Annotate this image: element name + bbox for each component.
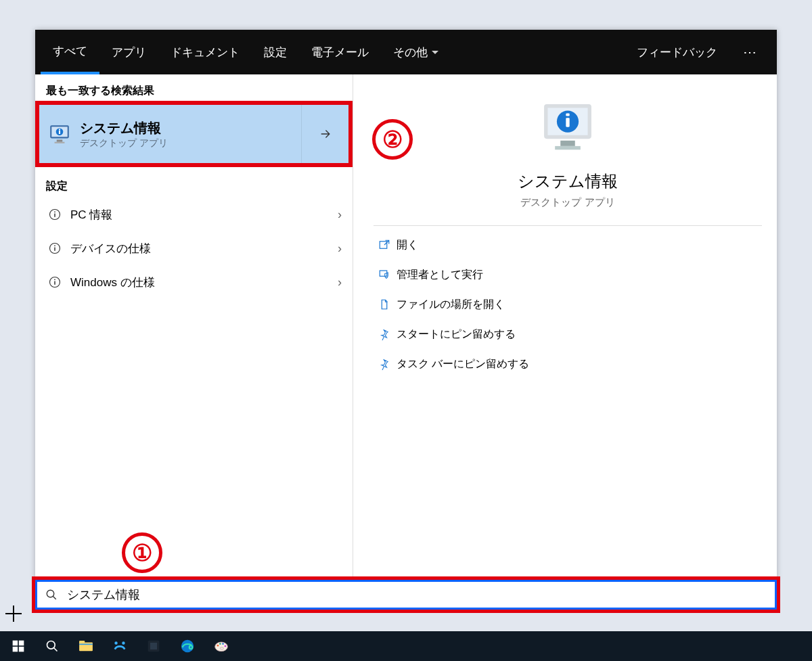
tab-documents[interactable]: ドキュメント [158, 30, 252, 74]
chevron-right-icon: › [338, 208, 342, 222]
svg-rect-37 [150, 643, 157, 649]
best-match-title: システム情報 [80, 119, 301, 137]
tab-apps[interactable]: アプリ [99, 30, 158, 74]
feedback-link[interactable]: フィードバック [625, 30, 729, 74]
search-box[interactable] [35, 580, 777, 610]
svg-point-43 [225, 645, 227, 647]
divider [374, 225, 762, 226]
preview-icon [367, 99, 769, 157]
svg-rect-26 [13, 641, 18, 646]
svg-point-35 [122, 641, 125, 644]
svg-point-40 [217, 645, 219, 647]
action-open-file-location[interactable]: ファイルの場所を開く [367, 290, 769, 319]
info-icon [46, 276, 64, 288]
info-icon [46, 208, 64, 221]
info-icon [46, 242, 64, 254]
svg-rect-9 [54, 212, 55, 213]
best-match-expand-button[interactable] [301, 105, 348, 163]
more-menu-button[interactable]: ⋯ [729, 44, 771, 60]
tab-email[interactable]: 電子メール [299, 30, 381, 74]
taskbar-app-1[interactable] [104, 633, 135, 660]
svg-rect-2 [57, 140, 63, 142]
search-panel: すべて アプリ ドキュメント 設定 電子メール その他 フィードバック ⋯ 最も… [35, 30, 777, 580]
svg-point-25 [47, 590, 54, 597]
svg-rect-19 [555, 146, 581, 150]
taskbar-explorer[interactable] [70, 633, 102, 660]
chevron-right-icon: › [338, 242, 342, 256]
svg-rect-6 [59, 129, 60, 131]
svg-point-41 [219, 643, 221, 645]
svg-rect-32 [79, 641, 85, 644]
search-input[interactable] [66, 587, 768, 603]
svg-rect-8 [54, 214, 55, 217]
settings-item-device-spec[interactable]: デバイスの仕様 › [35, 231, 353, 265]
system-info-icon [39, 122, 80, 145]
svg-point-34 [114, 641, 117, 644]
action-run-admin[interactable]: 管理者として実行 [367, 260, 769, 290]
svg-point-44 [220, 647, 223, 649]
svg-rect-28 [13, 647, 18, 652]
svg-rect-15 [54, 279, 55, 281]
tab-settings[interactable]: 設定 [252, 30, 299, 74]
svg-rect-29 [19, 647, 24, 652]
pin-icon [372, 358, 397, 370]
svg-rect-27 [19, 641, 24, 646]
svg-point-42 [222, 643, 224, 645]
svg-rect-18 [560, 141, 575, 146]
taskbar [0, 631, 812, 661]
arrow-right-icon [319, 127, 332, 141]
svg-rect-11 [54, 248, 55, 251]
preview-column: システム情報 デスクトップ アプリ 開く 管理者として実行 ファイルの場所を開く [353, 74, 777, 580]
shield-icon [372, 269, 397, 281]
tab-strip: すべて アプリ ドキュメント 設定 電子メール その他 フィードバック ⋯ [35, 30, 777, 74]
search-icon [44, 589, 59, 601]
svg-point-30 [47, 641, 55, 649]
move-cursor-icon [5, 606, 22, 622]
best-match-header: 最も一致する検索結果 [35, 74, 353, 102]
svg-rect-21 [566, 118, 569, 127]
svg-rect-23 [380, 242, 387, 249]
action-pin-start[interactable]: スタートにピン留めする [367, 319, 769, 349]
svg-rect-22 [566, 114, 569, 116]
start-button[interactable] [3, 633, 34, 660]
taskbar-edge[interactable] [172, 633, 203, 660]
action-pin-taskbar[interactable]: タスク バーにピン留めする [367, 349, 769, 379]
tab-more[interactable]: その他 [381, 30, 451, 74]
svg-rect-14 [54, 281, 55, 285]
svg-rect-12 [54, 246, 55, 247]
open-icon [372, 239, 397, 251]
preview-title: システム情報 [367, 170, 769, 192]
best-match-item[interactable]: システム情報 デスクトップ アプリ [39, 105, 348, 163]
svg-rect-5 [59, 131, 60, 134]
svg-rect-33 [79, 643, 93, 645]
preview-subtitle: デスクトップ アプリ [367, 196, 769, 209]
action-open[interactable]: 開く [367, 230, 769, 260]
pin-icon [372, 328, 397, 340]
chevron-right-icon: › [338, 275, 342, 290]
tab-all[interactable]: すべて [41, 30, 99, 74]
svg-rect-3 [55, 142, 65, 143]
chevron-down-icon [432, 51, 438, 54]
settings-item-pc-info[interactable]: PC 情報 › [35, 198, 353, 231]
taskbar-paint[interactable] [206, 633, 237, 660]
best-match-subtitle: デスクトップ アプリ [80, 137, 301, 150]
folder-icon [372, 298, 397, 311]
taskbar-app-2[interactable] [138, 633, 169, 660]
settings-item-windows-spec[interactable]: Windows の仕様 › [35, 265, 353, 299]
settings-group-header: 設定 [35, 170, 353, 198]
results-column: 最も一致する検索結果 [35, 74, 353, 580]
taskbar-search-button[interactable] [37, 633, 68, 660]
